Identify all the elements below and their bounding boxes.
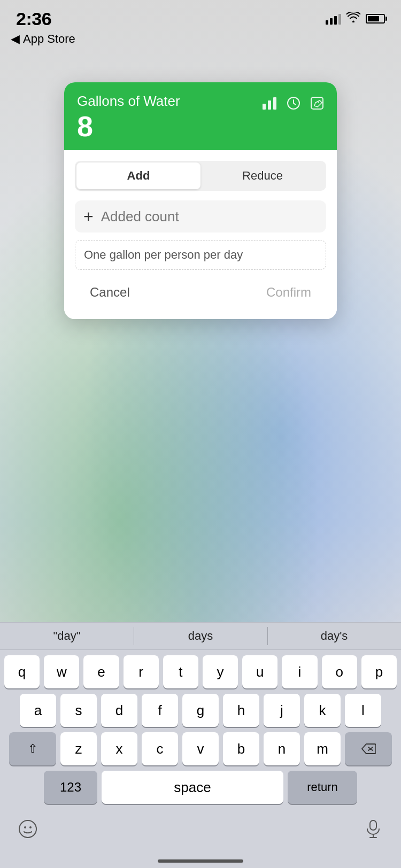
key-i[interactable]: i (282, 655, 317, 688)
note-input[interactable] (84, 248, 317, 262)
key-a[interactable]: a (20, 694, 56, 727)
modal-card: Gallons of Water 8 (64, 82, 337, 319)
card-footer: Cancel Confirm (75, 278, 326, 314)
backspace-button[interactable] (345, 732, 392, 765)
key-p[interactable]: p (361, 655, 397, 688)
key-s[interactable]: s (60, 694, 97, 727)
shift-button[interactable]: ⇧ (9, 732, 56, 765)
plus-icon: + (83, 208, 94, 225)
key-o[interactable]: o (322, 655, 357, 688)
key-row-1: q w e r t y u i o p (4, 655, 397, 688)
key-d[interactable]: d (101, 694, 137, 727)
key-v[interactable]: v (182, 732, 219, 765)
count-input-row[interactable]: + (75, 200, 326, 232)
chart-bar-icon[interactable] (262, 96, 277, 114)
autocomplete-item-2[interactable]: days (134, 623, 267, 649)
svg-point-7 (29, 826, 32, 828)
svg-rect-1 (268, 100, 271, 110)
emoji-button[interactable] (13, 817, 43, 841)
key-b[interactable]: b (223, 732, 259, 765)
clock-icon[interactable] (287, 96, 300, 114)
card-header-icons (262, 93, 324, 114)
svg-rect-0 (263, 104, 266, 110)
svg-rect-2 (273, 97, 276, 110)
card-title: Gallons of Water (77, 93, 180, 110)
autocomplete-row: "day" days day's (0, 622, 401, 650)
reduce-segment-button[interactable]: Reduce (200, 162, 325, 189)
card-header: Gallons of Water 8 (64, 82, 337, 150)
key-g[interactable]: g (182, 694, 219, 727)
microphone-button[interactable] (358, 817, 388, 841)
key-l[interactable]: l (345, 694, 381, 727)
key-r[interactable]: r (124, 655, 159, 688)
key-row-2: a s d f g h j k l (4, 694, 397, 727)
return-button[interactable]: return (288, 771, 357, 804)
keyboard: "day" days day's q w e r t y u i o p a s… (0, 622, 401, 868)
segment-control[interactable]: Add Reduce (75, 161, 326, 191)
bottom-bar (0, 812, 401, 847)
key-m[interactable]: m (304, 732, 341, 765)
keys-area: q w e r t y u i o p a s d f g h j k l ⇧ (0, 650, 401, 812)
back-arrow-icon: ◀ (11, 32, 20, 46)
key-w[interactable]: w (44, 655, 79, 688)
key-e[interactable]: e (83, 655, 119, 688)
autocomplete-item-3[interactable]: day's (267, 623, 401, 649)
key-q[interactable]: q (4, 655, 40, 688)
key-row-4: 123 space return (4, 771, 397, 804)
key-n[interactable]: n (264, 732, 300, 765)
key-k[interactable]: k (304, 694, 341, 727)
count-input[interactable] (101, 208, 318, 225)
confirm-button[interactable]: Confirm (258, 281, 320, 304)
space-button[interactable]: space (102, 771, 283, 804)
key-h[interactable]: h (223, 694, 259, 727)
key-row-3: ⇧ z x c v b n m (4, 732, 397, 765)
key-t[interactable]: t (163, 655, 198, 688)
num-button[interactable]: 123 (44, 771, 97, 804)
note-input-wrapper[interactable] (75, 240, 326, 270)
edit-icon[interactable] (310, 96, 324, 114)
cancel-button[interactable]: Cancel (81, 281, 138, 304)
svg-point-6 (24, 826, 26, 828)
key-c[interactable]: c (142, 732, 178, 765)
card-body: Add Reduce + Cancel Confirm (64, 150, 337, 319)
svg-rect-8 (370, 820, 376, 830)
battery-icon (366, 14, 385, 24)
key-j[interactable]: j (264, 694, 300, 727)
autocomplete-item-1[interactable]: "day" (0, 623, 134, 649)
status-time: 2:36 (16, 9, 51, 29)
key-z[interactable]: z (60, 732, 97, 765)
key-f[interactable]: f (142, 694, 178, 727)
status-icons (326, 12, 385, 26)
back-nav[interactable]: ◀ App Store (0, 30, 401, 50)
signal-icon (326, 13, 341, 25)
back-label: App Store (23, 32, 75, 46)
svg-point-5 (19, 820, 36, 838)
wifi-icon (346, 12, 360, 26)
card-value: 8 (77, 112, 180, 141)
add-segment-button[interactable]: Add (76, 162, 200, 189)
key-x[interactable]: x (101, 732, 137, 765)
key-y[interactable]: y (203, 655, 238, 688)
shift-icon: ⇧ (28, 742, 37, 756)
status-bar: 2:36 (0, 0, 401, 30)
key-u[interactable]: u (242, 655, 277, 688)
home-indicator (158, 859, 243, 863)
